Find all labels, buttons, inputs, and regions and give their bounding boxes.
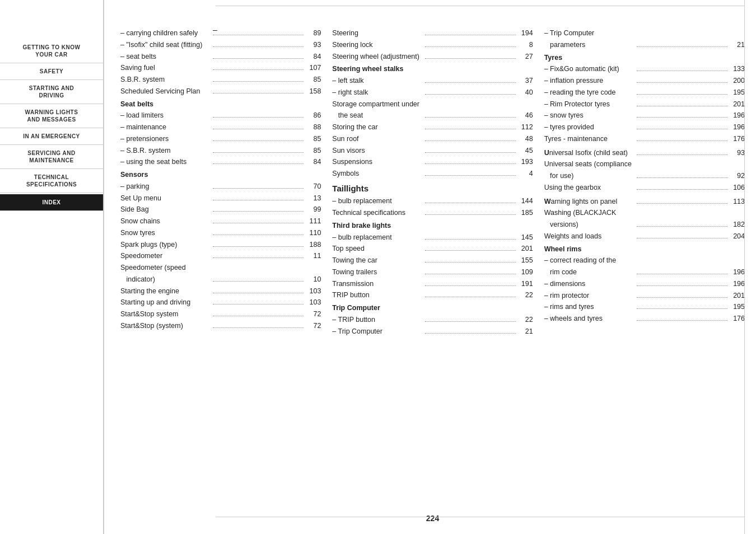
list-item: Top speed 201: [332, 243, 533, 254]
right-decorative-line: [744, 0, 745, 534]
list-item: Set Up menu 13: [120, 193, 321, 204]
index-column-1: – carrying children safely 89 – "Isofix"…: [120, 28, 321, 497]
page-number: 224: [120, 514, 745, 523]
list-item: Wheel rims: [544, 244, 745, 255]
list-item: – pretensioners 85: [120, 134, 321, 144]
list-item: Universal seats (compliance: [544, 159, 745, 170]
page-container: GETTING TO KNOWYOUR CAR SAFETY STARTING …: [0, 0, 756, 534]
list-item: Steering lock 8: [332, 40, 533, 50]
list-item: Start&Stop system 72: [120, 309, 321, 320]
top-decorative-line: [216, 6, 745, 6]
list-item: Symbols 4: [332, 168, 533, 179]
sidebar-item-emergency[interactable]: IN AN EMERGENCY: [0, 128, 103, 145]
sidebar-item-technical[interactable]: TECHNICALSPECIFICATIONS: [0, 169, 103, 193]
list-item: Technical specifications 185: [332, 208, 533, 218]
sidebar-item-starting-driving[interactable]: STARTING ANDDRIVING: [0, 80, 103, 104]
list-item: – Trip Computer 21: [332, 326, 533, 337]
list-item: rim code 196: [544, 267, 745, 278]
list-item: Speedometer (speed: [120, 263, 321, 273]
list-item: – seat belts 84: [120, 51, 321, 62]
main-content: – – carrying children safely 89 – "Isofi…: [104, 0, 756, 534]
sidebar-item-warning-lights[interactable]: WARNING LIGHTSAND MESSAGES: [0, 104, 103, 128]
list-item: – reading the tyre code 195: [544, 87, 745, 98]
list-item: Weights and loads 204: [544, 231, 745, 242]
list-item: Warning lights on panel 113: [544, 196, 745, 207]
list-item: – rims and tyres 195: [544, 302, 745, 312]
list-item: Saving fuel 107: [120, 63, 321, 73]
list-item: Speedometer 11: [120, 251, 321, 261]
list-item: Washing (BLACKJACK: [544, 208, 745, 218]
list-item: – "Isofix" child seat (fitting) 93: [120, 40, 321, 50]
list-item: Transmission 191: [332, 279, 533, 289]
list-item: Steering 194: [332, 28, 533, 39]
list-item: Seat belts: [120, 99, 321, 110]
list-item: Sensors: [120, 170, 321, 180]
list-item: – right stalk 40: [332, 87, 533, 98]
list-item: Storage compartment under: [332, 99, 533, 110]
list-item: Side Bag 99: [120, 204, 321, 215]
list-item: Storing the car 112: [332, 122, 533, 133]
list-item: – snow tyres 196: [544, 110, 745, 121]
list-item: parameters 21: [544, 40, 745, 50]
list-item: Universal Isofix (child seat) 93: [544, 148, 745, 158]
list-item: Snow chains 111: [120, 216, 321, 227]
list-item: – load limiters 86: [120, 110, 321, 121]
list-item: Scheduled Servicing Plan 158: [120, 86, 321, 97]
list-item: – S.B.R. system 85: [120, 146, 321, 156]
list-item: versions) 182: [544, 219, 745, 230]
list-item: – using the seat belts 84: [120, 157, 321, 167]
list-item: – inflation pressure 200: [544, 76, 745, 86]
list-item: – left stalk 37: [332, 76, 533, 86]
list-item: – Trip Computer: [544, 28, 745, 39]
list-item: Tyres: [544, 53, 745, 63]
list-item: Start&Stop (system) 72: [120, 321, 321, 331]
index-column-3: – Trip Computer parameters 21 Tyres – Fi…: [544, 28, 745, 497]
list-item: – bulb replacement 145: [332, 232, 533, 243]
list-item: Sun visors 45: [332, 146, 533, 156]
list-item: Starting the engine 103: [120, 286, 321, 297]
list-item: – TRIP button 22: [332, 315, 533, 325]
list-item: Steering wheel (adjustment) 27: [332, 51, 533, 62]
list-item: Towing trailers 109: [332, 267, 533, 278]
list-item: Tyres - maintenance 176: [544, 134, 745, 144]
list-item: – wheels and tyres 176: [544, 313, 745, 324]
list-item: Suspensions 193: [332, 157, 533, 167]
list-item: S.B.R. system 85: [120, 74, 321, 85]
bottom-decorative-line: [216, 517, 745, 517]
list-item: the seat 46: [332, 110, 533, 121]
list-item: – correct reading of the: [544, 255, 745, 266]
list-item: – dimensions 196: [544, 279, 745, 289]
list-item: Third brake lights: [332, 221, 533, 231]
list-item: – parking 70: [120, 181, 321, 192]
list-item: – tyres provided 196: [544, 122, 745, 133]
list-item: indicator) 10: [120, 274, 321, 285]
list-item: – carrying children safely 89: [120, 28, 321, 39]
sidebar-item-getting-to-know[interactable]: GETTING TO KNOWYOUR CAR: [0, 39, 103, 63]
list-item: Sun roof 48: [332, 134, 533, 144]
list-item: – Fix&Go automatic (kit) 133: [544, 64, 745, 74]
index-column-2: Steering 194 Steering lock 8 Steering wh…: [332, 28, 533, 497]
list-item: Steering wheel stalks: [332, 64, 533, 74]
list-item: Trip Computer: [332, 303, 533, 313]
list-item: Snow tyres 110: [120, 228, 321, 238]
list-item: Towing the car 155: [332, 255, 533, 266]
list-item: – bulb replacement 144: [332, 196, 533, 207]
list-item: Spark plugs (type) 188: [120, 240, 321, 250]
sidebar-item-safety[interactable]: SAFETY: [0, 63, 103, 80]
list-item: – maintenance 88: [120, 122, 321, 133]
list-item: Using the gearbox 106: [544, 182, 745, 193]
sidebar: GETTING TO KNOWYOUR CAR SAFETY STARTING …: [0, 0, 104, 534]
list-item: TRIP button 22: [332, 290, 533, 301]
list-item: Taillights: [332, 182, 533, 195]
sidebar-item-index[interactable]: INDEX: [0, 194, 103, 211]
list-item: – rim protector 201: [544, 291, 745, 301]
list-item: for use) 92: [544, 171, 745, 181]
list-item: – Rim Protector tyres 201: [544, 99, 745, 110]
list-item: Starting up and driving 103: [120, 297, 321, 308]
sidebar-item-servicing[interactable]: SERVICING ANDMAINTENANCE: [0, 145, 103, 169]
dash-mark-top: –: [213, 25, 217, 34]
